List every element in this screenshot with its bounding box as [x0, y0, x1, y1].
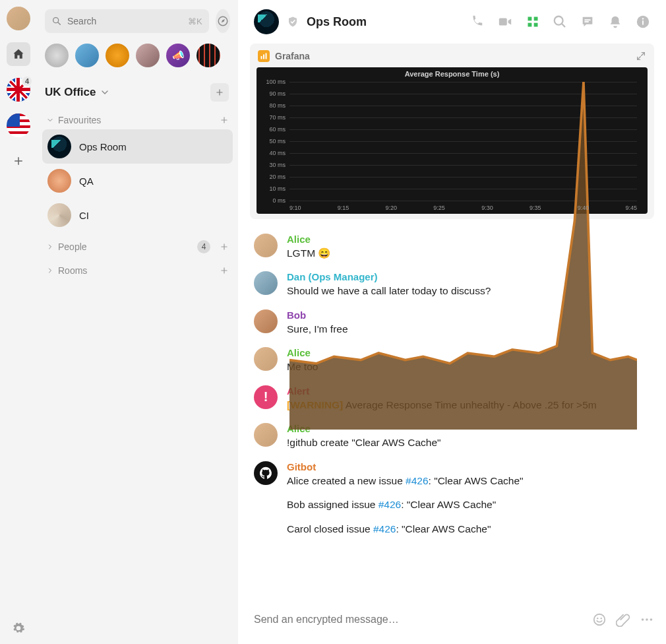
space-uk-badge: 4 — [21, 75, 33, 87]
message-avatar[interactable] — [254, 423, 278, 447]
settings-button[interactable] — [12, 622, 25, 635]
svg-rect-13 — [261, 56, 262, 59]
space-name: UK Office — [45, 86, 96, 99]
plus-icon — [220, 242, 229, 251]
room-header: Ops Room — [238, 0, 666, 44]
search-box[interactable]: ⌘K — [45, 9, 209, 33]
plus-icon — [220, 266, 229, 275]
issue-link[interactable]: #426 — [373, 523, 396, 534]
chevron-down-icon — [100, 87, 110, 98]
voice-call-button[interactable] — [469, 15, 484, 29]
section-favourites: Favourites Ops Room QA CI — [42, 111, 233, 236]
add-space-button[interactable] — [7, 149, 30, 173]
search-icon — [553, 15, 567, 29]
pinned-dm-2[interactable] — [75, 44, 99, 67]
timeline[interactable]: Grafana Average Response Time (s) 0 ms10… — [238, 44, 666, 600]
section-people-header[interactable]: People 4 — [42, 236, 233, 257]
pinned-dm-4[interactable] — [136, 44, 160, 67]
message: GitbotAlice created a new issue #426: "C… — [250, 456, 654, 542]
user-avatar[interactable] — [7, 7, 30, 30]
x-tick-label: 9:30 — [481, 205, 493, 211]
message-avatar[interactable] — [254, 309, 278, 333]
y-tick-label: 0 ms — [260, 197, 286, 204]
x-tick-label: 9:10 — [289, 205, 301, 211]
space-add-button[interactable] — [210, 83, 229, 102]
grid-icon — [526, 15, 539, 28]
issue-link[interactable]: #426 — [406, 475, 428, 486]
pinned-dm-1[interactable] — [45, 44, 69, 67]
search-input[interactable] — [67, 16, 183, 26]
pinned-dm-6[interactable] — [197, 44, 220, 67]
svg-point-0 — [53, 18, 59, 23]
room-header-actions — [469, 15, 650, 29]
room-view: Ops Room Grafana — [238, 0, 666, 644]
explore-button[interactable] — [216, 9, 230, 33]
message-sender[interactable]: Gitbot — [287, 461, 650, 472]
section-favourites-header[interactable]: Favourites — [42, 111, 233, 129]
emoji-button[interactable] — [592, 612, 607, 627]
svg-rect-8 — [584, 19, 590, 20]
message-input[interactable] — [250, 607, 583, 632]
svg-rect-2 — [499, 18, 507, 26]
message-avatar[interactable] — [254, 271, 278, 295]
notifications-button[interactable] — [608, 15, 622, 29]
chevron-right-icon — [46, 243, 54, 251]
svg-rect-6 — [534, 23, 538, 27]
y-tick-label: 20 ms — [260, 174, 286, 180]
favourites-label: Favourites — [58, 115, 101, 125]
section-rooms: Rooms — [42, 261, 233, 284]
issue-link[interactable]: #426 — [378, 499, 401, 510]
composer — [238, 600, 666, 644]
video-call-button[interactable] — [497, 15, 513, 29]
x-tick-label: 9:25 — [433, 205, 445, 211]
response-time-chart: Average Response Time (s) 0 ms10 ms20 ms… — [257, 67, 648, 214]
widget-source-label: Grafana — [275, 51, 310, 61]
chevron-right-icon — [46, 267, 54, 274]
message-avatar[interactable] — [254, 461, 278, 485]
search-icon — [51, 16, 62, 26]
y-tick-label: 90 ms — [260, 90, 286, 97]
y-tick-label: 100 ms — [260, 79, 286, 85]
people-add-button[interactable] — [220, 242, 229, 251]
favourites-add-button[interactable] — [220, 115, 229, 125]
svg-point-18 — [601, 618, 602, 619]
paperclip-icon — [616, 612, 630, 627]
grafana-widget: Grafana Average Response Time (s) 0 ms10… — [250, 44, 654, 219]
room-ops-room[interactable]: Ops Room — [42, 129, 233, 164]
space-uk[interactable]: 4 — [7, 78, 30, 102]
message-avatar[interactable] — [254, 234, 278, 257]
svg-rect-3 — [528, 17, 532, 21]
apps-button[interactable] — [526, 15, 539, 28]
rooms-add-button[interactable] — [220, 266, 229, 275]
home-space-button[interactable] — [7, 42, 30, 66]
more-options-button[interactable] — [640, 612, 654, 627]
info-icon — [636, 15, 650, 29]
plus-icon — [220, 115, 229, 125]
spaces-rail: 4 — [0, 0, 37, 644]
search-in-room-button[interactable] — [553, 15, 567, 29]
section-rooms-header[interactable]: Rooms — [42, 261, 233, 280]
attach-button[interactable] — [616, 612, 630, 627]
room-info-button[interactable] — [636, 15, 650, 29]
message-avatar[interactable]: ! — [254, 385, 278, 409]
message-text: Bob assigned issue #426: "Clear AWS Cach… — [287, 498, 650, 512]
dots-icon — [640, 612, 654, 627]
room-list-panel: ⌘K UK Office Favourites — [37, 0, 238, 644]
y-tick-label: 40 ms — [260, 150, 286, 156]
svg-point-19 — [642, 618, 644, 621]
y-tick-label: 10 ms — [260, 185, 286, 192]
room-qa[interactable]: QA — [42, 164, 233, 198]
room-ci[interactable]: CI — [42, 198, 233, 232]
space-header[interactable]: UK Office — [42, 79, 233, 111]
threads-button[interactable] — [580, 15, 595, 29]
pinned-dm-5[interactable] — [166, 44, 190, 67]
widget-expand-button[interactable] — [636, 51, 646, 61]
svg-rect-4 — [534, 17, 538, 21]
x-tick-label: 9:20 — [386, 205, 398, 211]
space-us[interactable] — [7, 113, 30, 137]
pinned-dm-3[interactable] — [106, 44, 129, 67]
encryption-shield-icon[interactable] — [287, 16, 299, 28]
message-avatar[interactable] — [254, 347, 278, 371]
y-tick-label: 70 ms — [260, 114, 286, 121]
plus-icon — [215, 88, 224, 97]
